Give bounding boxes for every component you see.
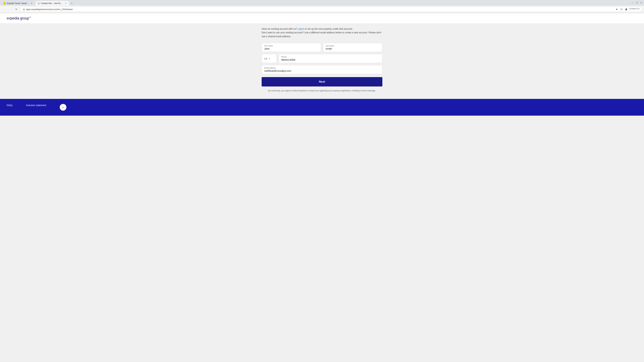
profile-icon[interactable] [624,7,628,11]
footer-col-inclusion: Inclusion statement [26,104,46,107]
logo-tm: ™ [29,16,31,18]
minimize-button[interactable]: — [631,1,634,4]
tab-expedia-close[interactable]: ✕ [30,2,33,5]
split-view-icon[interactable]: ⊡ [620,7,623,11]
svg-point-0 [626,8,627,9]
country-code: +1 [264,57,267,60]
add-tab-button[interactable]: + [70,1,74,5]
contact-favicon: 🔒 [38,2,40,4]
footer-col-faqs: FAQs [7,104,12,107]
email-field[interactable]: Email address [262,65,382,74]
last-name-input[interactable] [326,47,380,50]
name-row: First name Last name [262,43,382,52]
phone-country-selector[interactable]: +1 ▼ [262,54,277,63]
faqs-link[interactable]: FAQs [7,104,12,107]
phone-input[interactable] [281,58,380,61]
first-name-label: First name [264,45,318,47]
disclaimer-text: By continuing, you agree to allow Expedi… [262,89,382,92]
maximize-button[interactable]: ❐ [635,1,638,4]
tab-expedia-label: Expedia Travel: Vacation Home... [7,2,29,4]
intro-line2: Don't want to use your existing account?… [262,31,382,38]
browser-chrome: e Expedia Travel: Vacation Home... ✕ 🔒 C… [0,0,644,13]
logo-text: expedia group [7,16,29,20]
last-name-field[interactable]: Last name [323,43,382,52]
page-wrapper: expedia group™ Have an existing account … [0,13,644,362]
browser-titlebar: e Expedia Travel: Vacation Home... ✕ 🔒 C… [0,0,644,6]
window-controls: — ❐ ✕ [631,1,643,5]
tab-contact[interactable]: 🔒 Contact Info – Join Expedia ✕ [36,1,69,6]
forward-button[interactable]: → [8,7,13,11]
address-bar[interactable]: 🔒 apps.expediapartnercentral.com/en_US/l… [20,7,642,12]
address-text: apps.expediapartnercentral.com/en_US/lis… [26,8,72,10]
back-button[interactable]: ← [2,7,7,11]
tab-contact-close[interactable]: ✕ [64,2,67,5]
first-name-field[interactable]: First name [262,43,321,52]
phone-label: Phone [281,56,380,58]
tab-expedia[interactable]: e Expedia Travel: Vacation Home... ✕ [1,1,35,6]
refresh-button[interactable]: ↻ [14,7,19,11]
footer-logo: e [60,104,66,111]
expedia-favicon: e [3,2,6,4]
phone-row: +1 ▼ Phone [262,54,382,63]
chevron-down-icon: ▼ [268,58,270,59]
bookmark-icon[interactable]: ★ [615,7,618,11]
login-link[interactable]: Log in [298,27,304,30]
email-label: Email address [264,67,380,69]
close-button[interactable]: ✕ [640,1,643,4]
intro-text: Have an existing account with us? Log in… [262,27,382,38]
main-content: Have an existing account with us? Log in… [258,24,386,99]
svg-text:e: e [62,107,64,108]
phone-field[interactable]: Phone [279,54,382,63]
browser-toolbar: ← → ↻ 🔒 apps.expediapartnercentral.com/e… [0,6,644,13]
next-button[interactable]: Next [262,77,382,86]
footer-logo-icon: e [60,104,66,111]
page-header: expedia group™ [0,13,644,24]
last-name-label: Last name [326,45,380,47]
tab-contact-label: Contact Info – Join Expedia [41,2,64,4]
email-input[interactable] [264,69,380,72]
inclusion-link[interactable]: Inclusion statement [26,104,46,107]
intro-line1: Have an existing account with us? Log in… [262,27,382,31]
first-name-input[interactable] [264,47,318,50]
page-footer: FAQs Inclusion statement e [0,99,644,116]
expedia-logo: expedia group™ [7,16,637,20]
address-icons: ★ ⊡ Incognito (2) [615,7,640,11]
